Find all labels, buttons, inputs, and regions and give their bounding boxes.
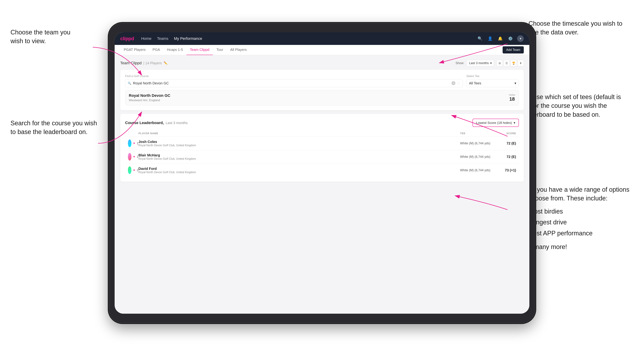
sub-nav-hcaps[interactable]: Hcaps 1-5 — [164, 45, 186, 55]
table-header: PLAYER NAME TEE SCORE — [125, 130, 519, 137]
heart-icon[interactable]: ♥ — [133, 155, 135, 158]
rank-cell-2: ♥ 1 — [128, 153, 138, 161]
col-player-name: PLAYER NAME — [138, 132, 460, 135]
leaderboard-panel: Course Leaderboard, Last 3 months Lowest… — [120, 114, 524, 182]
select-tee-label: Select Tee — [466, 75, 519, 78]
trophy-view-btn[interactable]: 🏆 — [510, 60, 517, 66]
nav-link-performance[interactable]: My Performance — [174, 36, 202, 41]
rank-cell-1: ♥ 1 — [128, 140, 138, 147]
view-icons: ⊞ ☰ 🏆 ⬇ — [496, 60, 524, 66]
score-cell-1: 72 (E) — [495, 141, 516, 145]
search-row: Find a Golf Course 🔍 ✕ ☆ Select Tee All … — [125, 75, 519, 87]
avatar — [128, 153, 132, 161]
course-result: Royal North Devon GC Westward Ho!, Engla… — [125, 90, 519, 105]
search-icon-btn[interactable]: 🔍 — [476, 35, 483, 42]
user-avatar[interactable]: ▾ — [517, 35, 524, 42]
leaderboard-header: Course Leaderboard, Last 3 months Lowest… — [125, 119, 519, 127]
find-course-input-wrap: 🔍 ✕ ☆ — [125, 79, 463, 87]
tee-cell-3: White (M) (6,744 yds) — [460, 169, 495, 172]
person-icon-btn[interactable]: 👤 — [487, 35, 493, 42]
list-view-btn[interactable]: ☰ — [504, 60, 510, 66]
table-row: ♥ 1 Josh Coles Royal North Devon Golf Cl… — [125, 137, 519, 150]
holes-label: Holes — [509, 93, 515, 96]
team-header: Team Clippd | 14 Players ✏️ Show: Last 3… — [120, 60, 524, 66]
nav-icons: 🔍 👤 🔔 ⚙️ ▾ — [476, 35, 524, 42]
tee-cell-2: White (M) (6,744 yds) — [460, 155, 495, 159]
sub-nav: PGAT Players PGA Hcaps 1-5 Team Clippd T… — [114, 45, 530, 55]
tee-cell-1: White (M) (6,744 yds) — [460, 142, 495, 145]
player-info-1: Josh Coles Royal North Devon Golf Club, … — [138, 140, 460, 147]
table-row: ♥ 3 David Ford Royal North Devon Golf Cl… — [125, 164, 519, 177]
settings-icon-btn[interactable]: ⚙️ — [507, 35, 514, 42]
annotation-bottom-right: Here you have a wide range of options to… — [522, 185, 630, 251]
search-panel: Find a Golf Course 🔍 ✕ ☆ Select Tee All … — [120, 70, 524, 110]
nav-link-home[interactable]: Home — [141, 36, 152, 41]
sub-nav-tour[interactable]: Tour — [213, 45, 226, 55]
score-cell-2: 72 (E) — [495, 155, 516, 159]
nav-links: Home Teams My Performance — [141, 36, 470, 41]
annotation-top-right: Choose the timescale you wish to see the… — [528, 19, 630, 37]
chevron-down-icon: ▾ — [490, 61, 492, 65]
annotation-middle-left: Search for the course you wish to base t… — [10, 119, 98, 137]
annotation-top-left: Choose the team you wish to view. — [10, 28, 84, 46]
nav-logo: clippd — [120, 36, 134, 41]
table-row: ♥ 1 Blair McHarg Royal North Devon Golf … — [125, 150, 519, 164]
tablet-screen: clippd Home Teams My Performance 🔍 👤 🔔 ⚙… — [114, 32, 530, 314]
chevron-down-icon: ▾ — [514, 81, 516, 85]
show-label: Show: — [456, 61, 464, 65]
download-btn[interactable]: ⬇ — [518, 60, 524, 66]
score-type-select[interactable]: Lowest Score (18 holes) ▾ — [472, 119, 519, 127]
add-team-button[interactable]: Add Team — [502, 46, 524, 53]
holes-badge: Holes 18 — [509, 93, 515, 102]
heart-icon[interactable]: ♥ — [133, 169, 135, 172]
team-player-count: | 14 Players — [143, 61, 162, 65]
col-score: SCORE — [495, 132, 516, 135]
grid-view-btn[interactable]: ⊞ — [496, 60, 503, 66]
sub-nav-team-clippd[interactable]: Team Clippd — [186, 45, 213, 55]
team-title-row: Team Clippd | 14 Players ✏️ — [120, 61, 168, 65]
rank-cell-3: ♥ 3 — [128, 166, 138, 174]
col-tee: TEE — [460, 132, 495, 135]
player-info-3: David Ford Royal North Devon Golf Club, … — [138, 167, 460, 174]
rank-num: 1 — [137, 155, 138, 159]
team-controls: Show: Last 3 months ▾ ⊞ ☰ 🏆 ⬇ — [456, 60, 524, 66]
star-icon[interactable]: ☆ — [457, 81, 460, 85]
course-info: Royal North Devon GC Westward Ho!, Engla… — [129, 93, 170, 102]
leaderboard-title: Course Leaderboard, Last 3 months — [125, 121, 188, 125]
annotation-middle-right: Choose which set of tees (default is all… — [522, 93, 630, 119]
team-name: Team Clippd — [120, 61, 142, 65]
leaderboard-subtitle: Last 3 months — [166, 121, 188, 125]
edit-icon[interactable]: ✏️ — [164, 61, 168, 65]
tablet-frame: clippd Home Teams My Performance 🔍 👤 🔔 ⚙… — [108, 23, 536, 323]
top-nav: clippd Home Teams My Performance 🔍 👤 🔔 ⚙… — [114, 32, 530, 45]
main-content: Team Clippd | 14 Players ✏️ Show: Last 3… — [114, 55, 530, 314]
rank-num: 3 — [137, 169, 138, 172]
chevron-down-icon: ▾ — [514, 121, 516, 125]
course-name: Royal North Devon GC — [129, 93, 170, 98]
find-course-label: Find a Golf Course — [125, 75, 463, 78]
course-search-input[interactable] — [133, 81, 450, 85]
tee-select-dropdown[interactable]: All Tees ▾ — [466, 79, 519, 87]
sub-nav-pga[interactable]: PGA — [149, 45, 164, 55]
avatar — [128, 166, 132, 174]
sub-nav-pgat[interactable]: PGAT Players — [120, 45, 149, 55]
select-tee-group: Select Tee All Tees ▾ — [466, 75, 519, 87]
player-info-2: Blair McHarg Royal North Devon Golf Club… — [138, 153, 460, 161]
clear-search-button[interactable]: ✕ — [452, 81, 455, 85]
bell-icon-btn[interactable]: 🔔 — [497, 35, 504, 42]
holes-number: 18 — [509, 96, 515, 102]
heart-icon[interactable]: ♥ — [133, 142, 135, 145]
find-course-group: Find a Golf Course 🔍 ✕ ☆ — [125, 75, 463, 87]
sub-nav-all-players[interactable]: All Players — [226, 45, 250, 55]
search-icon: 🔍 — [128, 82, 131, 85]
course-location: Westward Ho!, England — [129, 99, 170, 102]
show-select[interactable]: Last 3 months ▾ — [467, 60, 494, 66]
nav-link-teams[interactable]: Teams — [157, 36, 168, 41]
score-cell-3: 73 (+1) — [495, 168, 516, 172]
avatar — [128, 140, 132, 147]
rank-num: 1 — [137, 142, 138, 145]
